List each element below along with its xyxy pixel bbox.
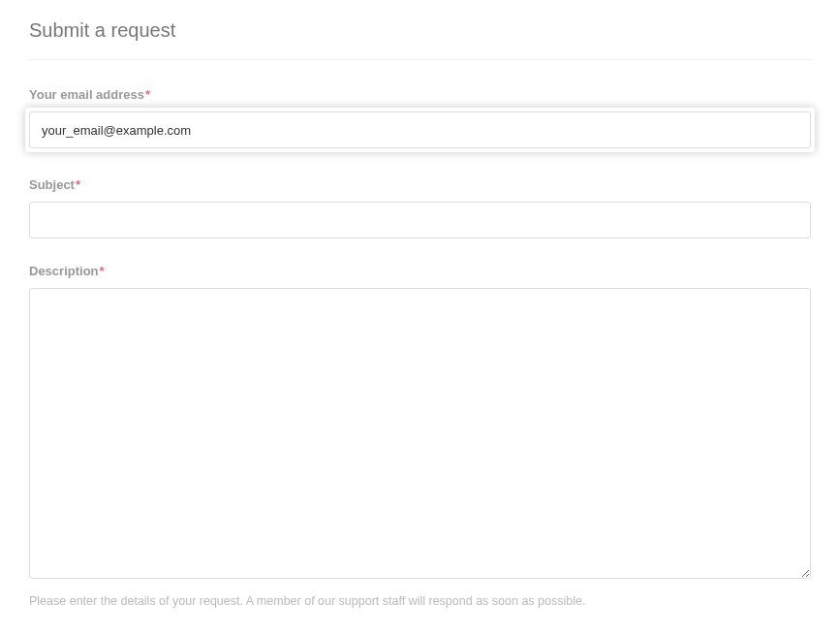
email-label: Your email address* xyxy=(29,87,811,102)
description-textarea[interactable] xyxy=(29,288,811,579)
description-label-text: Description xyxy=(29,264,99,278)
field-subject: Subject* xyxy=(29,177,811,238)
field-description: Description* Please enter the details of… xyxy=(29,264,811,608)
email-label-text: Your email address xyxy=(29,87,144,102)
description-label: Description* xyxy=(29,264,811,278)
required-marker: * xyxy=(100,264,105,278)
subject-label: Subject* xyxy=(29,177,811,192)
subject-label-text: Subject xyxy=(29,177,75,192)
description-helper-text: Please enter the details of your request… xyxy=(29,594,811,608)
subject-input[interactable] xyxy=(29,202,811,238)
required-marker: * xyxy=(145,87,150,102)
divider xyxy=(29,59,811,60)
field-email: Your email address* xyxy=(29,87,811,152)
email-input[interactable] xyxy=(29,111,811,148)
email-highlight xyxy=(25,108,815,152)
page-title: Submit a request xyxy=(29,19,811,42)
required-marker: * xyxy=(76,177,80,192)
submit-request-form: Submit a request Your email address* Sub… xyxy=(0,0,840,635)
